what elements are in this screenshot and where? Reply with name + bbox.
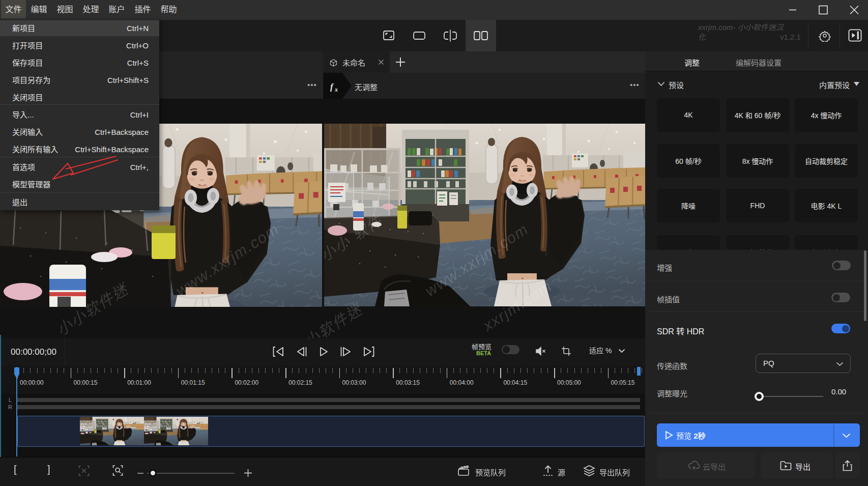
svg-text:x: x [334,86,338,93]
